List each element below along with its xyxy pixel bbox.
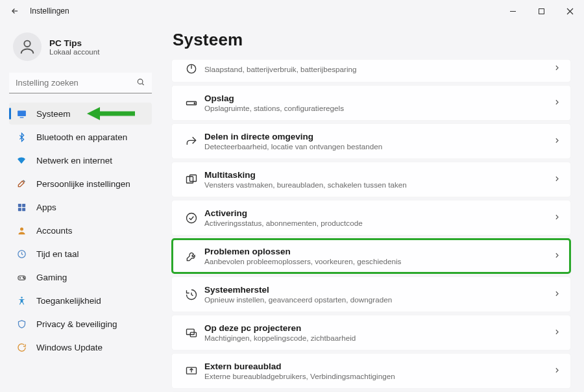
card-body: Activering Activeringsstatus, abonnement…	[204, 208, 553, 227]
sidebar-item-label: Privacy & beveiliging	[36, 319, 117, 329]
profile-subtitle: Lokaal account	[49, 48, 99, 56]
card-projecting[interactable]: Op deze pc projecteren Machtigingen, kop…	[171, 315, 571, 350]
card-subtitle: Activeringsstatus, abonnementen, product…	[204, 219, 553, 227]
clock-icon	[16, 249, 27, 259]
sidebar-item-personalization[interactable]: Persoonlijke instellingen	[9, 173, 152, 195]
search-input[interactable]	[9, 73, 152, 93]
minimize-button[interactable]	[498, 0, 527, 22]
avatar	[13, 32, 42, 61]
recovery-icon	[178, 288, 204, 301]
close-button[interactable]	[555, 0, 584, 22]
sidebar-item-label: Windows Update	[36, 343, 103, 352]
chevron-right-icon	[553, 64, 561, 74]
card-body: Multitasking Vensters vastmaken, bureaub…	[204, 170, 553, 189]
sidebar-item-label: Gaming	[36, 273, 67, 282]
card-subtitle: Opslagruimte, stations, configuratierege…	[204, 104, 553, 112]
sidebar-item-accessibility[interactable]: Toegankelijkheid	[9, 289, 152, 312]
card-title: Opslag	[204, 93, 553, 103]
svg-point-9	[20, 227, 23, 230]
wifi-icon	[16, 155, 27, 165]
card-title: Activering	[204, 208, 553, 218]
share-icon	[178, 135, 204, 148]
chevron-right-icon	[553, 136, 561, 147]
card-activation[interactable]: Activering Activeringsstatus, abonnement…	[171, 200, 571, 236]
main-panel: Systeem Slaapstand, batterijverbruik, ba…	[157, 22, 580, 392]
card-body: Extern bureaublad Externe bureaubladgebr…	[204, 361, 553, 380]
card-body: Systeemherstel Opnieuw instellen, geavan…	[204, 285, 553, 304]
shield-icon	[16, 319, 27, 329]
card-title: Extern bureaublad	[204, 361, 553, 371]
chevron-right-icon	[553, 251, 561, 262]
chevron-right-icon	[553, 98, 561, 108]
svg-point-20	[187, 213, 197, 223]
card-title: Op deze pc projecteren	[204, 323, 553, 333]
sidebar-item-windows-update[interactable]: Windows Update	[9, 336, 152, 358]
sidebar-item-apps[interactable]: Apps	[9, 196, 152, 218]
multitask-icon	[178, 173, 204, 186]
window-title: Instellingen	[30, 6, 69, 16]
check-circle-icon	[178, 212, 204, 225]
svg-rect-8	[22, 208, 25, 211]
profile-block[interactable]: PC Tips Lokaal account	[9, 29, 152, 70]
maximize-button[interactable]	[527, 0, 555, 22]
maximize-icon	[538, 8, 545, 15]
update-icon	[16, 343, 27, 352]
sidebar-item-accounts[interactable]: Accounts	[9, 219, 152, 241]
card-title: Problemen oplossen	[204, 247, 553, 256]
svg-rect-3	[18, 110, 26, 116]
chevron-right-icon	[553, 175, 561, 185]
card-troubleshoot[interactable]: Problemen oplossen Aanbevolen probleemop…	[171, 238, 571, 274]
project-icon	[178, 326, 204, 339]
card-subtitle: Vensters vastmaken, bureaubladen, schake…	[204, 180, 553, 189]
sidebar-item-label: Accounts	[36, 226, 73, 236]
card-subtitle: Externe bureaubladgebruikers, Verbinding…	[204, 372, 553, 380]
sidebar-item-gaming[interactable]: Gaming	[9, 266, 152, 288]
svg-rect-5	[18, 203, 21, 206]
svg-rect-4	[19, 117, 23, 117]
card-body: Problemen oplossen Aanbevolen probleemop…	[204, 247, 553, 265]
chevron-right-icon	[553, 328, 561, 338]
arrow-left-icon	[10, 6, 19, 16]
svg-rect-7	[18, 208, 21, 211]
card-remote-desktop[interactable]: Extern bureaublad Externe bureaubladgebr…	[171, 353, 571, 389]
svg-point-2	[138, 79, 143, 84]
sidebar-item-time-language[interactable]: Tijd en taal	[9, 243, 152, 265]
storage-icon	[178, 97, 204, 110]
card-recovery[interactable]: Systeemherstel Opnieuw instellen, geavan…	[171, 276, 571, 312]
search-wrap	[9, 73, 152, 93]
chevron-right-icon	[553, 213, 561, 223]
sidebar-item-privacy[interactable]: Privacy & beveiliging	[9, 313, 152, 335]
svg-point-1	[24, 41, 30, 47]
sidebar-item-label: Netwerk en internet	[36, 156, 112, 165]
settings-list[interactable]: Slaapstand, batterijverbruik, batterijbe…	[171, 59, 574, 392]
profile-text: PC Tips Lokaal account	[49, 38, 99, 56]
svg-point-13	[23, 278, 24, 278]
sidebar-item-label: Apps	[36, 202, 56, 212]
minimize-icon	[509, 8, 517, 15]
card-subtitle: Opnieuw instellen, geavanceerd opstarten…	[204, 295, 553, 304]
sidebar: PC Tips Lokaal account Systeem Bluetooth…	[4, 22, 157, 392]
back-button[interactable]	[5, 1, 25, 21]
svg-rect-6	[22, 203, 25, 206]
content: PC Tips Lokaal account Systeem Bluetooth…	[0, 22, 584, 392]
sidebar-item-label: Toegankelijkheid	[36, 296, 101, 306]
sidebar-item-network[interactable]: Netwerk en internet	[9, 149, 152, 171]
card-body: Slaapstand, batterijverbruik, batterijbe…	[204, 64, 553, 73]
sidebar-item-bluetooth[interactable]: Bluetooth en apparaten	[9, 126, 152, 148]
sidebar-item-systeem[interactable]: Systeem	[9, 103, 152, 125]
sidebar-item-label: Systeem	[36, 109, 71, 119]
sidebar-item-label: Tijd en taal	[36, 249, 79, 259]
power-icon	[178, 62, 204, 75]
search-icon	[136, 78, 145, 89]
close-icon	[566, 8, 574, 15]
gaming-icon	[16, 273, 27, 282]
card-multitasking[interactable]: Multitasking Vensters vastmaken, bureaub…	[171, 162, 571, 197]
display-icon	[16, 108, 27, 119]
profile-name: PC Tips	[49, 38, 99, 48]
card-storage[interactable]: Opslag Opslagruimte, stations, configura…	[171, 85, 571, 121]
card-subtitle: Slaapstand, batterijverbruik, batterijbe…	[204, 65, 553, 73]
card-nearby-sharing[interactable]: Delen in directe omgeving Detecteerbaarh…	[171, 123, 571, 159]
nav: Systeem Bluetooth en apparaten Netwerk e…	[9, 103, 152, 358]
card-power[interactable]: Slaapstand, batterijverbruik, batterijbe…	[171, 59, 571, 82]
chevron-right-icon	[553, 289, 561, 300]
